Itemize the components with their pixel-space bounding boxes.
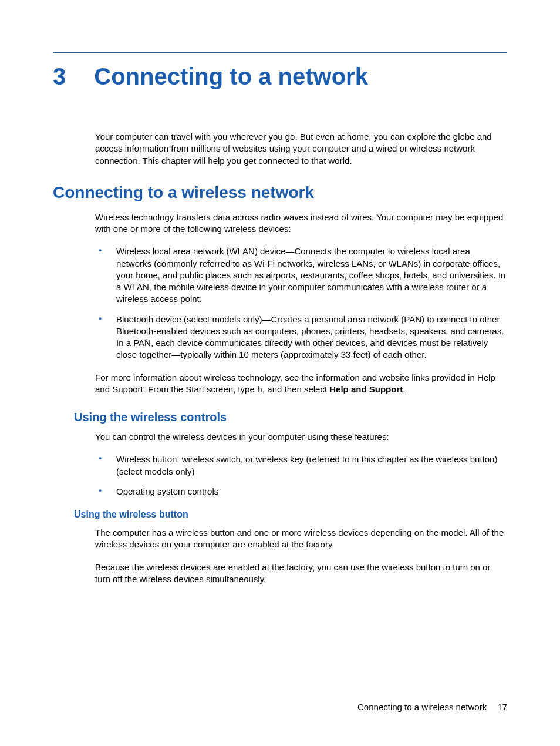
section1-paragraph2: For more information about wireless tech… <box>95 372 507 397</box>
chapter-number: 3 <box>53 63 66 90</box>
document-page: 3 Connecting to a network Your computer … <box>0 0 560 631</box>
list-item: Wireless local area network (WLAN) devic… <box>95 246 507 305</box>
bold-text: Help and Support <box>329 384 403 394</box>
section3-paragraph1: The computer has a wireless button and o… <box>95 527 507 551</box>
footer-page-number: 17 <box>497 702 507 712</box>
chapter-title: Connecting to a network <box>94 63 368 90</box>
section1-paragraph1: Wireless technology transfers data acros… <box>95 211 507 236</box>
chapter-header: 3 Connecting to a network <box>53 63 507 90</box>
text-segment: , and then select <box>262 384 329 394</box>
wireless-controls-list: Wireless button, wireless switch, or wir… <box>95 453 507 498</box>
mono-text: h <box>257 385 262 395</box>
intro-paragraph: Your computer can travel with you wherev… <box>95 131 507 167</box>
list-item: Wireless button, wireless switch, or wir… <box>95 453 507 478</box>
footer-section-title: Connecting to a wireless network <box>357 702 487 712</box>
chapter-divider <box>53 52 507 53</box>
wireless-devices-list: Wireless local area network (WLAN) devic… <box>95 246 507 361</box>
section-heading-wireless-network: Connecting to a wireless network <box>53 183 507 202</box>
text-segment: . <box>403 384 405 394</box>
list-item: Operating system controls <box>95 486 507 498</box>
section-heading-wireless-button: Using the wireless button <box>74 509 507 520</box>
page-footer: Connecting to a wireless network 17 <box>357 702 507 712</box>
section-heading-wireless-controls: Using the wireless controls <box>74 411 507 424</box>
section2-paragraph: You can control the wireless devices in … <box>95 431 507 443</box>
list-item: Bluetooth device (select models only)—Cr… <box>95 314 507 361</box>
section3-paragraph2: Because the wireless devices are enabled… <box>95 562 507 586</box>
